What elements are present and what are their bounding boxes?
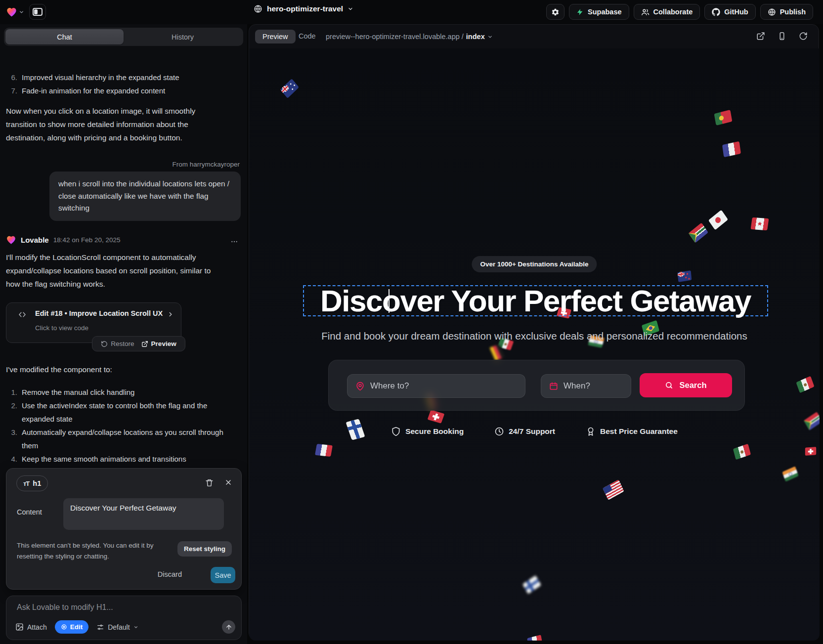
assistant-name: Lovable [21, 236, 49, 244]
panel-left-icon [33, 8, 43, 16]
send-button[interactable] [222, 620, 235, 634]
award-icon [586, 427, 596, 436]
globe-icon [254, 4, 262, 13]
assistant-paragraph: I'll modify the LocationScroll component… [6, 251, 226, 291]
target-icon [61, 624, 67, 630]
restore-icon [101, 341, 108, 347]
when-input[interactable]: When? [541, 374, 631, 398]
feature-badges: Secure Booking 24/7 Support Best Price G… [249, 427, 820, 436]
chat-panel: Chat History 6. Improved visual hierarch… [0, 24, 247, 644]
image-icon [15, 623, 24, 631]
list-item: 3. Automatically expand/collapse locatio… [6, 426, 229, 452]
lovable-logo-menu[interactable] [6, 6, 24, 18]
preview-version-button[interactable]: Preview [141, 340, 176, 347]
attach-button[interactable]: Attach [15, 623, 47, 631]
selected-element-badge: тT h1 [16, 475, 48, 491]
lovable-avatar [6, 235, 16, 245]
hero-section: Over 1000+ Destinations Available Discov… [249, 48, 820, 641]
chevron-down-icon [347, 6, 353, 12]
users-icon [641, 8, 650, 16]
collaborate-button[interactable]: Collaborate [634, 4, 700, 20]
search-button[interactable]: Search [640, 373, 732, 397]
feature-secure-booking: Secure Booking [391, 427, 464, 436]
close-icon[interactable] [224, 478, 232, 487]
chevron-right-icon [167, 311, 174, 318]
publish-button[interactable]: Publish [760, 4, 813, 20]
hero-subtitle: Find and book your dream destination wit… [249, 330, 820, 342]
list-item: 6. Improved visual hierarchy in the expa… [6, 71, 233, 84]
top-bar: hero-optimizer-travel Supabase Collabora… [0, 0, 823, 24]
where-to-input[interactable]: Where to? [347, 374, 525, 398]
external-link-icon [141, 341, 148, 347]
chevron-down-icon [487, 34, 493, 40]
sidebar-toggle-button[interactable] [29, 4, 46, 20]
content-label: Content [17, 508, 42, 516]
edit-card-title: Edit #18 • Improve Location Scroll UX [35, 309, 163, 317]
project-name: hero-optimizer-travel [267, 4, 343, 13]
hero-title: Discover Your Perfect Getaway [320, 283, 751, 318]
map-pin-icon [355, 382, 365, 391]
lovable-heart-icon [6, 6, 17, 18]
list-item: 7. Fade-in animation for the expanded co… [6, 84, 233, 97]
gear-icon [551, 8, 560, 16]
tab-history[interactable]: History [124, 29, 242, 44]
tab-preview[interactable]: Preview [255, 30, 296, 43]
text-caret [389, 289, 390, 313]
mode-selector[interactable]: Default [96, 623, 138, 631]
calendar-icon [549, 382, 558, 390]
assistant-paragraph: I've modified the component to: [6, 363, 226, 376]
list-item: 2. Use the activeIndex state to control … [6, 399, 229, 426]
user-message-bubble: when i scroll into the individual locati… [49, 172, 241, 221]
shield-icon [391, 427, 401, 436]
version-actions: Restore Preview [92, 336, 185, 351]
sliders-icon [96, 623, 104, 631]
assistant-message-header: Lovable 18:42 on Feb 20, 2025 [6, 235, 121, 245]
search-card: Where to? When? Search [328, 360, 745, 411]
supabase-button[interactable]: Supabase [569, 4, 629, 20]
app-preview-frame: Over 1000+ Destinations Available Discov… [249, 48, 820, 641]
refresh-icon[interactable] [799, 32, 808, 41]
tab-code[interactable]: Code [299, 32, 316, 40]
editor-note: This element can't be styled. You can ed… [17, 540, 181, 561]
chevron-down-icon [133, 625, 138, 630]
restore-button[interactable]: Restore [101, 340, 134, 347]
list-item: 1. Remove the manual click handling [6, 386, 229, 399]
composer-input[interactable] [17, 603, 224, 612]
globe-icon [768, 8, 776, 16]
message-timestamp: 18:42 on Feb 20, 2025 [53, 236, 121, 244]
search-icon [665, 381, 673, 389]
code-icon [17, 310, 27, 319]
tab-chat[interactable]: Chat [5, 29, 124, 44]
edit-card-subtitle: Click to view code [35, 324, 88, 332]
project-switcher[interactable]: hero-optimizer-travel [254, 4, 353, 13]
edit-mode-button[interactable]: Edit [55, 620, 89, 634]
github-icon [712, 8, 720, 16]
message-author-label: From harrymckayroper [172, 161, 240, 168]
feature-support: 24/7 Support [494, 427, 555, 436]
reset-styling-button[interactable]: Reset styling [177, 541, 232, 557]
open-in-new-tab-icon[interactable] [756, 32, 765, 41]
mobile-view-icon[interactable] [778, 32, 786, 41]
github-button[interactable]: GitHub [704, 4, 755, 20]
element-tag: h1 [33, 479, 41, 487]
settings-button[interactable] [546, 4, 564, 20]
trash-icon[interactable] [205, 478, 214, 487]
content-textarea[interactable]: Discover Your Perfect Getaway [63, 498, 224, 530]
feature-best-price: Best Price Guarantee [586, 427, 678, 436]
selected-heading-outline[interactable]: Discover Your Perfect Getaway [303, 285, 768, 316]
chevron-down-icon [19, 9, 24, 15]
clock-icon [494, 427, 504, 436]
preview-header: Preview Code preview--hero-optimizer-tra… [249, 25, 819, 48]
arrow-up-icon [225, 624, 232, 631]
chat-history-tabs: Chat History [4, 28, 243, 46]
assistant-paragraph: Now when you click on a location image, … [6, 104, 223, 144]
more-options-icon[interactable] [230, 238, 238, 246]
save-button[interactable]: Save [211, 567, 235, 583]
type-icon: тT [23, 480, 29, 487]
destinations-badge: Over 1000+ Destinations Available [472, 256, 597, 272]
list-item: 4. Keep the same smooth animations and t… [6, 452, 229, 466]
preview-url[interactable]: preview--hero-optimizer-travel.lovable.a… [326, 33, 493, 41]
supabase-icon [576, 8, 584, 16]
chat-composer: Attach Edit Default [6, 596, 242, 640]
discard-button[interactable]: Discard [158, 570, 182, 578]
